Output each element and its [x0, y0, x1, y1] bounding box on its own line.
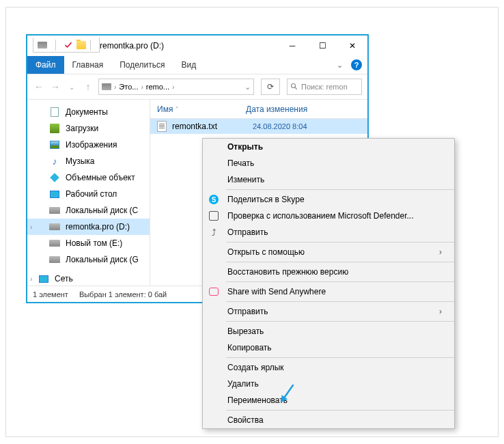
ribbon: Файл Главная Поделиться Вид ⌄ ? — [27, 56, 367, 74]
folder-icon[interactable] — [76, 41, 86, 49]
quick-access-toolbar — [33, 38, 100, 53]
menu-rename[interactable]: Переименовать — [203, 392, 454, 408]
menu-cut[interactable]: Вырезать — [203, 323, 454, 339]
recent-chevron-icon[interactable]: ⌄ — [66, 81, 78, 93]
nav-documents[interactable]: Документы — [27, 104, 150, 120]
help-icon[interactable]: ? — [351, 59, 362, 70]
window-title: remontka.pro (D:) — [100, 41, 277, 51]
drive-icon — [38, 42, 47, 48]
up-button[interactable]: ↑ — [82, 81, 94, 93]
menu-send-to[interactable]: Отправить› — [203, 303, 454, 320]
nav-3dobjects[interactable]: Объемные объект — [27, 169, 150, 186]
file-date: 24.08.2020 8:04 — [253, 122, 307, 130]
refresh-button[interactable]: ⟳ — [261, 79, 280, 95]
menu-send-anywhere[interactable]: Share with Send Anywhere — [203, 283, 454, 300]
menu-defender[interactable]: Проверка с использованием Microsoft Defe… — [203, 208, 454, 224]
nav-pictures[interactable]: Изображения — [27, 137, 150, 153]
address-dropdown-icon[interactable]: ⌄ — [244, 83, 251, 92]
tab-share[interactable]: Поделиться — [111, 56, 173, 74]
forward-button[interactable]: → — [49, 81, 61, 93]
tab-file[interactable]: Файл — [27, 56, 64, 74]
menu-send[interactable]: ⤴Отправить — [203, 224, 454, 240]
nav-network[interactable]: ›Сеть — [27, 270, 150, 286]
ribbon-collapse-icon[interactable]: ⌄ — [337, 61, 343, 70]
shield-icon — [209, 211, 219, 221]
menu-edit[interactable]: Изменить — [203, 171, 454, 188]
menu-properties[interactable]: Свойства — [203, 412, 454, 428]
col-date[interactable]: Дата изменения — [246, 105, 307, 114]
minimize-button[interactable]: ─ — [277, 36, 307, 56]
nav-desktop[interactable]: Рабочий стол — [27, 186, 150, 202]
svg-line-1 — [295, 87, 297, 89]
crumb-drive[interactable]: remo... — [146, 83, 169, 91]
menu-open[interactable]: Открыть — [203, 139, 454, 155]
tab-view[interactable]: Вид — [173, 56, 204, 74]
send-anywhere-icon — [209, 288, 219, 296]
crumb-pc[interactable]: Это... — [119, 83, 138, 91]
close-button[interactable]: ✕ — [337, 36, 367, 56]
file-row[interactable]: remontka.txt 24.08.2020 8:04 — [150, 119, 367, 134]
text-file-icon — [157, 121, 167, 132]
nav-local-c[interactable]: Локальный диск (C — [27, 202, 150, 219]
back-button[interactable]: ← — [33, 81, 45, 93]
menu-restore[interactable]: Восстановить прежнюю версию — [203, 264, 454, 280]
tab-home[interactable]: Главная — [64, 56, 112, 74]
drive-icon — [102, 83, 111, 90]
nav-newvol[interactable]: Новый том (E:) — [27, 235, 150, 251]
titlebar: remontka.pro (D:) ─ ☐ ✕ — [27, 36, 367, 56]
address-bar[interactable]: › Это... › remo... › ⌄ — [98, 79, 254, 95]
chevron-right-icon: › — [439, 307, 442, 316]
menu-copy[interactable]: Копировать — [203, 339, 454, 356]
navigation-row: ← → ⌄ ↑ › Это... › remo... › ⌄ ⟳ Поиск: … — [27, 74, 367, 99]
file-name: remontka.txt — [172, 122, 247, 131]
menu-open-with[interactable]: Открыть с помощью› — [203, 244, 454, 260]
nav-local-g[interactable]: Локальный диск (G — [27, 251, 150, 268]
maximize-button[interactable]: ☐ — [307, 36, 337, 56]
nav-remontka[interactable]: ›remontka.pro (D:) — [27, 219, 150, 235]
selection-info: Выбран 1 элемент: 0 бай — [79, 290, 167, 299]
menu-skype[interactable]: SПоделиться в Skype — [203, 191, 454, 208]
nav-downloads[interactable]: Загрузки — [27, 120, 150, 137]
navigation-pane: Документы Загрузки Изображения ♪Музыка О… — [27, 100, 150, 286]
column-headers: Имяˆ Дата изменения — [150, 100, 367, 119]
check-icon[interactable] — [64, 41, 72, 49]
col-name[interactable]: Имяˆ — [157, 105, 246, 114]
menu-shortcut[interactable]: Создать ярлык — [203, 359, 454, 376]
menu-print[interactable]: Печать — [203, 155, 454, 171]
search-icon — [290, 83, 298, 91]
menu-delete[interactable]: Удалить — [203, 376, 454, 392]
item-count: 1 элемент — [33, 290, 68, 299]
chevron-right-icon: › — [439, 247, 442, 257]
skype-icon: S — [209, 195, 219, 204]
svg-point-0 — [292, 84, 296, 88]
search-input[interactable]: Поиск: remon — [287, 79, 362, 95]
context-menu: Открыть Печать Изменить SПоделиться в Sk… — [202, 138, 455, 429]
share-icon: ⤴ — [208, 227, 219, 238]
nav-music[interactable]: ♪Музыка — [27, 153, 150, 169]
svg-line-2 — [283, 385, 294, 399]
